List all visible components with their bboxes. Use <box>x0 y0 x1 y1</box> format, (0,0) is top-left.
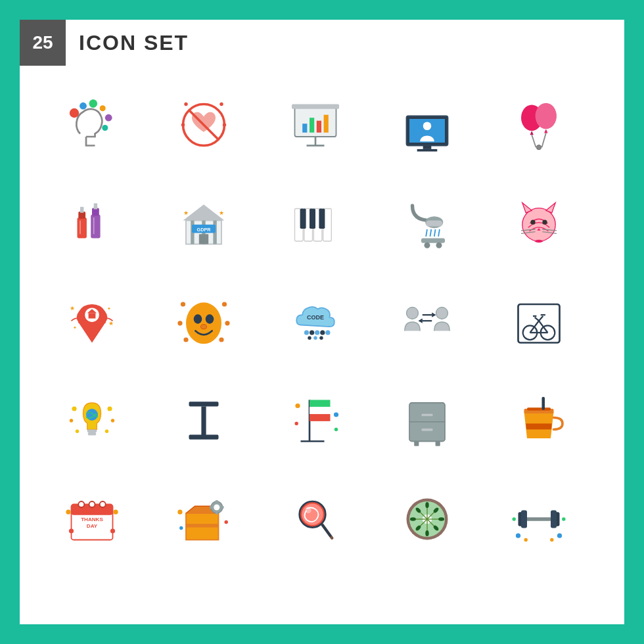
svg-rect-199 <box>551 511 557 528</box>
svg-point-100 <box>313 336 317 340</box>
svg-rect-12 <box>295 107 336 137</box>
svg-marker-68 <box>546 203 555 213</box>
icon-cabinet <box>381 375 473 467</box>
icon-nail-polish <box>46 177 138 269</box>
svg-point-92 <box>201 325 207 329</box>
svg-text:GDPR: GDPR <box>197 227 212 233</box>
svg-rect-118 <box>87 430 97 433</box>
svg-point-168 <box>225 520 228 524</box>
svg-point-69 <box>530 220 535 225</box>
icon-fingerprint-cat <box>493 177 585 269</box>
svg-point-103 <box>436 308 448 319</box>
svg-rect-32 <box>78 218 87 239</box>
svg-line-59 <box>426 229 427 237</box>
svg-point-96 <box>315 331 319 335</box>
svg-point-152 <box>100 501 106 507</box>
svg-point-91 <box>206 314 214 323</box>
svg-point-101 <box>319 336 323 340</box>
svg-point-125 <box>76 430 79 433</box>
main-card: 25 ICON SET <box>20 20 624 624</box>
svg-rect-23 <box>417 149 438 152</box>
svg-rect-17 <box>310 118 314 133</box>
icon-cloud-code: CODE <box>269 276 361 368</box>
svg-rect-142 <box>421 428 433 432</box>
icon-user-arrows <box>381 276 473 368</box>
svg-point-1 <box>80 103 87 110</box>
svg-point-175 <box>306 507 311 513</box>
svg-point-151 <box>89 501 95 507</box>
svg-rect-141 <box>421 413 433 417</box>
svg-point-205 <box>562 517 565 520</box>
svg-point-201 <box>524 538 528 541</box>
svg-rect-37 <box>94 203 97 209</box>
svg-point-97 <box>320 331 325 335</box>
svg-point-8 <box>184 103 187 106</box>
icon-person-podium <box>381 79 473 171</box>
svg-marker-107 <box>419 319 423 323</box>
svg-point-203 <box>557 534 562 538</box>
svg-text:CODE: CODE <box>307 314 324 321</box>
svg-point-157 <box>69 528 74 533</box>
svg-text:✦: ✦ <box>107 306 111 311</box>
icon-lollipop-search <box>269 473 361 565</box>
svg-line-61 <box>434 229 436 237</box>
svg-rect-128 <box>201 406 206 437</box>
svg-rect-164 <box>216 511 218 515</box>
icon-text-cursor <box>158 375 250 467</box>
svg-point-200 <box>516 534 520 538</box>
svg-point-122 <box>107 406 112 411</box>
icon-count: 25 <box>20 20 66 66</box>
svg-rect-132 <box>310 407 331 414</box>
svg-rect-146 <box>527 407 551 411</box>
svg-rect-22 <box>423 146 432 149</box>
svg-rect-195 <box>526 517 552 520</box>
svg-point-137 <box>334 428 338 431</box>
icon-dumbbell <box>493 473 585 565</box>
svg-point-84 <box>181 302 185 306</box>
svg-point-123 <box>70 419 73 422</box>
svg-rect-35 <box>91 215 100 239</box>
svg-rect-78 <box>89 313 96 319</box>
svg-point-102 <box>407 308 419 319</box>
svg-rect-165 <box>210 506 213 509</box>
svg-point-10 <box>181 123 185 126</box>
svg-point-2 <box>89 99 98 108</box>
svg-rect-129 <box>189 435 219 440</box>
svg-point-89 <box>219 337 223 342</box>
svg-line-60 <box>430 229 432 237</box>
svg-point-83 <box>186 302 221 344</box>
svg-text:★: ★ <box>108 320 114 327</box>
svg-marker-28 <box>544 129 547 133</box>
icon-shower <box>381 177 473 269</box>
svg-point-0 <box>70 108 79 118</box>
svg-point-11 <box>223 123 226 126</box>
svg-marker-105 <box>432 313 436 317</box>
svg-point-156 <box>113 510 118 515</box>
icon-flag-golf <box>269 375 361 467</box>
svg-point-86 <box>177 321 182 325</box>
svg-point-5 <box>102 125 108 131</box>
svg-rect-147 <box>542 397 545 410</box>
svg-point-202 <box>550 538 553 541</box>
svg-text:★: ★ <box>183 210 189 216</box>
svg-point-70 <box>542 220 547 225</box>
svg-marker-27 <box>530 131 534 135</box>
svg-point-4 <box>105 114 112 122</box>
svg-point-90 <box>194 314 202 323</box>
svg-point-136 <box>295 422 298 425</box>
icon-kiwi <box>381 473 473 565</box>
icon-no-love <box>158 79 250 171</box>
icon-map-pin-home: ★ ✦ ✦ ★ <box>46 276 138 368</box>
svg-text:THANKS: THANKS <box>81 517 103 522</box>
svg-point-189 <box>438 517 444 520</box>
svg-point-126 <box>105 430 108 433</box>
svg-point-134 <box>295 403 300 408</box>
svg-point-158 <box>110 528 115 533</box>
svg-rect-127 <box>189 402 219 406</box>
svg-rect-18 <box>317 121 321 133</box>
icon-presentation-chart <box>269 79 361 171</box>
svg-rect-58 <box>426 221 442 227</box>
icon-thanks-day-calendar: THANKS DAY <box>46 473 138 565</box>
svg-point-120 <box>86 409 98 421</box>
svg-point-155 <box>66 510 70 515</box>
